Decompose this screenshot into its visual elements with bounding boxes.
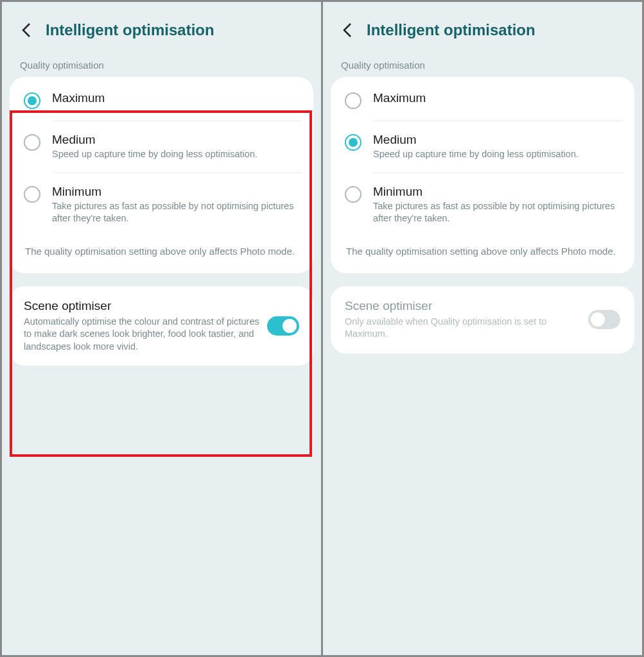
chevron-left-icon [21, 21, 32, 39]
card-note: The quality optimisation setting above o… [10, 237, 313, 271]
left-panel: Intelligent optimisation Quality optimis… [2, 2, 321, 655]
right-panel: Intelligent optimisation Quality optimis… [323, 2, 642, 655]
scene-toggle[interactable] [588, 310, 620, 329]
card-note: The quality optimisation setting above o… [331, 237, 634, 271]
radio-icon [24, 134, 40, 151]
page-title: Intelligent optimisation [46, 21, 214, 39]
radio-title: Medium [52, 133, 299, 147]
radio-desc: Speed up capture time by doing less opti… [52, 148, 299, 161]
header: Intelligent optimisation [2, 2, 321, 56]
radio-option-minimum[interactable]: Minimum Take pictures as fast as possibl… [10, 173, 313, 237]
radio-option-medium[interactable]: Medium Speed up capture time by doing le… [331, 121, 634, 173]
scene-title: Scene optimiser [24, 299, 261, 313]
radio-icon [345, 92, 361, 109]
scene-desc: Automatically optimise the colour and co… [24, 316, 261, 354]
radio-title: Minimum [52, 185, 299, 199]
radio-icon [345, 186, 361, 203]
radio-icon [24, 186, 40, 203]
radio-option-maximum[interactable]: Maximum [10, 80, 313, 121]
radio-title: Maximum [52, 91, 299, 105]
quality-options-card: Maximum Medium Speed up capture time by … [331, 77, 634, 273]
quality-options-card: Maximum Medium Speed up capture time by … [10, 77, 313, 273]
scene-toggle[interactable] [267, 316, 299, 336]
radio-desc: Take pictures as fast as possible by not… [373, 200, 620, 225]
page-title: Intelligent optimisation [367, 21, 535, 39]
radio-desc: Speed up capture time by doing less opti… [373, 148, 620, 161]
scene-desc: Only available when Quality optimisation… [345, 316, 582, 341]
radio-title: Minimum [373, 185, 620, 199]
radio-option-medium[interactable]: Medium Speed up capture time by doing le… [10, 121, 313, 173]
header: Intelligent optimisation [323, 2, 642, 56]
scene-title: Scene optimiser [345, 299, 582, 313]
scene-optimiser-card[interactable]: Scene optimiser Only available when Qual… [331, 286, 634, 354]
section-label: Quality optimisation [2, 56, 321, 77]
scene-optimiser-card[interactable]: Scene optimiser Automatically optimise t… [10, 286, 313, 366]
radio-option-minimum[interactable]: Minimum Take pictures as fast as possibl… [331, 173, 634, 237]
back-button[interactable] [15, 19, 38, 42]
radio-icon [24, 92, 40, 109]
back-button[interactable] [336, 19, 359, 42]
radio-desc: Take pictures as fast as possible by not… [52, 200, 299, 225]
section-label: Quality optimisation [323, 56, 642, 77]
radio-title: Maximum [373, 91, 620, 105]
chevron-left-icon [342, 21, 353, 39]
radio-title: Medium [373, 133, 620, 147]
radio-option-maximum[interactable]: Maximum [331, 80, 634, 121]
radio-icon [345, 134, 361, 151]
